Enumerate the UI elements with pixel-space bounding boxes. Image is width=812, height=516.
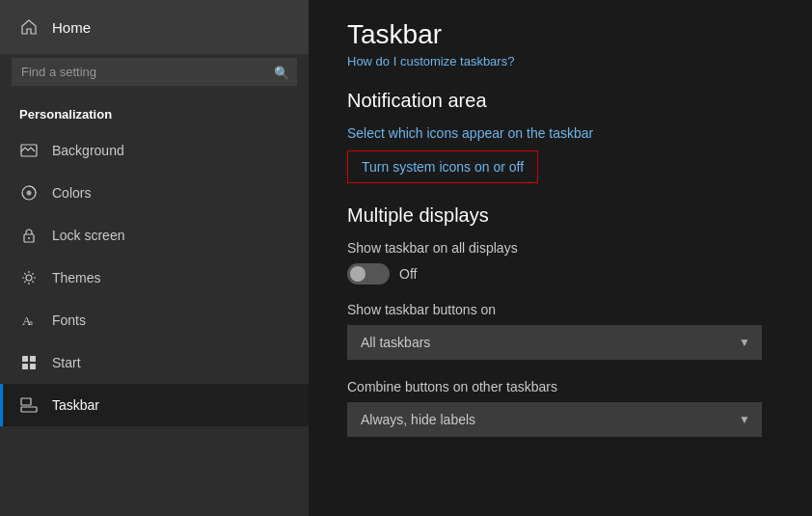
sidebar-item-home[interactable]: Home <box>0 0 309 54</box>
sidebar-item-label: Background <box>52 143 124 158</box>
page-title: Taskbar <box>347 19 773 50</box>
sidebar-item-colors[interactable]: Colors <box>0 172 309 214</box>
svg-rect-9 <box>30 356 36 362</box>
svg-rect-11 <box>30 364 36 369</box>
colors-icon <box>19 183 39 203</box>
taskbar-icon <box>19 395 39 415</box>
sidebar: Home 🔍 Personalization Background Colors <box>0 0 309 516</box>
combine-buttons-label: Combine buttons on other taskbars <box>347 379 773 394</box>
sidebar-item-label: Lock screen <box>52 228 124 243</box>
toggle-off-label: Off <box>399 266 417 282</box>
themes-icon <box>19 268 39 287</box>
sidebar-section-title: Personalization <box>0 97 309 129</box>
show-buttons-dropdown[interactable]: All taskbars Main taskbar and taskbar wh… <box>347 325 762 360</box>
svg-rect-8 <box>22 356 28 362</box>
start-icon <box>19 353 39 372</box>
sidebar-item-label: Taskbar <box>52 397 99 413</box>
sidebar-item-taskbar[interactable]: Taskbar <box>0 384 309 426</box>
svg-point-5 <box>26 275 32 281</box>
main-content: Taskbar How do I customize taskbars? Not… <box>309 0 812 516</box>
background-icon <box>19 141 39 160</box>
toggle-knob <box>350 266 365 282</box>
svg-rect-13 <box>21 398 31 405</box>
svg-rect-12 <box>21 407 37 412</box>
sidebar-item-label: Colors <box>52 185 91 201</box>
show-buttons-dropdown-wrapper: All taskbars Main taskbar and taskbar wh… <box>347 325 762 360</box>
show-taskbar-label: Show taskbar on all displays <box>347 240 773 256</box>
search-icon: 🔍 <box>274 65 289 79</box>
lock-icon <box>19 226 39 245</box>
sidebar-item-background[interactable]: Background <box>0 129 309 172</box>
svg-text:a: a <box>29 317 33 327</box>
sidebar-item-themes[interactable]: Themes <box>0 257 309 299</box>
svg-rect-10 <box>22 364 28 369</box>
sidebar-item-label: Start <box>52 355 81 370</box>
sidebar-item-fonts[interactable]: A a Fonts <box>0 299 309 341</box>
combine-buttons-dropdown[interactable]: Always, hide labels When taskbar is full… <box>347 402 762 437</box>
sidebar-home-label: Home <box>52 19 91 36</box>
how-to-link[interactable]: How do I customize taskbars? <box>347 54 773 68</box>
sidebar-item-label: Themes <box>52 270 101 285</box>
search-box: 🔍 <box>12 58 297 86</box>
sidebar-item-lock-screen[interactable]: Lock screen <box>0 214 309 257</box>
sidebar-item-label: Fonts <box>52 312 86 328</box>
fonts-icon: A a <box>19 311 39 330</box>
search-input[interactable] <box>12 58 297 86</box>
sidebar-item-start[interactable]: Start <box>0 341 309 384</box>
svg-point-4 <box>28 237 30 239</box>
show-taskbar-toggle-row: Off <box>347 263 773 285</box>
show-buttons-label: Show taskbar buttons on <box>347 302 773 317</box>
turn-system-icons-link[interactable]: Turn system icons on or off <box>347 150 538 183</box>
combine-buttons-dropdown-wrapper: Always, hide labels When taskbar is full… <box>347 402 762 437</box>
multiple-displays-title: Multiple displays <box>347 204 773 227</box>
show-taskbar-toggle[interactable] <box>347 263 390 285</box>
select-icons-link[interactable]: Select which icons appear on the taskbar <box>347 125 773 141</box>
home-icon <box>19 17 39 37</box>
notification-area-title: Notification area <box>347 90 773 112</box>
svg-point-2 <box>27 191 32 196</box>
